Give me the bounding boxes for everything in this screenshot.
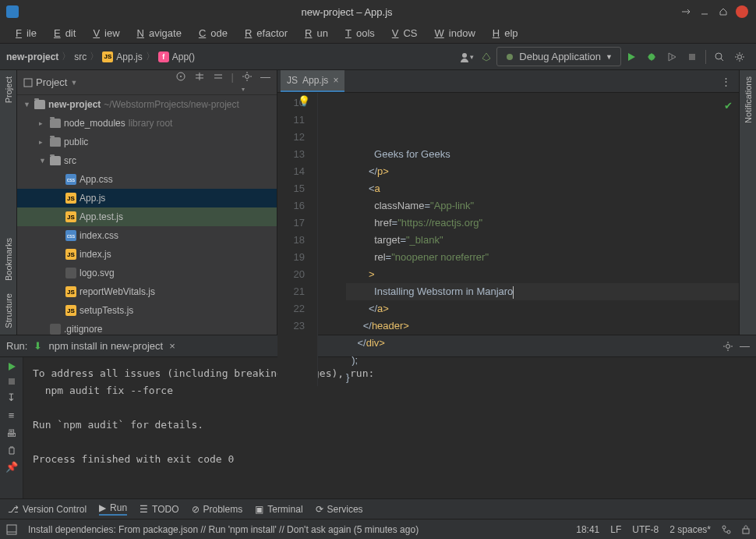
delete-icon[interactable] xyxy=(7,445,16,455)
status-branch-icon[interactable] xyxy=(722,525,731,534)
tab-more-icon[interactable]: ⋮ xyxy=(713,76,739,87)
svg-point-5 xyxy=(738,55,742,59)
svg-rect-3 xyxy=(689,54,695,60)
close-button[interactable] xyxy=(734,4,750,20)
svg-point-8 xyxy=(180,76,182,77)
print-icon[interactable]: 🖶 xyxy=(6,427,16,439)
menu-tools[interactable]: Tools xyxy=(336,26,380,41)
left-stripe: Project Bookmarks Structure xyxy=(0,70,17,335)
tree-item-src[interactable]: ▼src xyxy=(17,151,277,170)
connect-icon[interactable] xyxy=(678,4,694,20)
svg-rect-12 xyxy=(7,525,16,534)
tree-item-node_modules[interactable]: ▸node_modules library root xyxy=(17,114,277,133)
hide-button[interactable]: — xyxy=(260,71,270,94)
run-config-selector[interactable]: Debug Application ▼ xyxy=(496,47,621,66)
scroll-icon[interactable]: ↧ xyxy=(7,392,16,403)
status-tool-icon[interactable] xyxy=(6,524,17,535)
menu-refactor[interactable]: Refactor xyxy=(235,26,292,41)
bottom-problems[interactable]: ⊘Problems xyxy=(192,504,243,515)
menubar: FileEditViewNavigateCodeRefactorRunTools… xyxy=(0,23,756,44)
expand-all-icon[interactable] xyxy=(194,71,205,94)
tree-item-logo-svg[interactable]: logo.svg xyxy=(17,264,277,282)
tree-item-public[interactable]: ▸public xyxy=(17,133,277,151)
status-sep[interactable]: LF xyxy=(610,524,621,535)
close-tab-icon[interactable]: × xyxy=(333,75,338,86)
coverage-button[interactable] xyxy=(663,48,680,66)
run-close-tab-icon[interactable]: × xyxy=(169,340,175,352)
breadcrumb-symbol[interactable]: App() xyxy=(172,51,195,62)
collapse-all-icon[interactable] xyxy=(213,71,224,94)
tree-item-index-js[interactable]: JSindex.js xyxy=(17,245,277,264)
tree-item-App-js[interactable]: JSApp.js xyxy=(17,189,277,207)
svg-point-4 xyxy=(715,53,722,59)
notifications-tool-button[interactable]: Notifications xyxy=(742,70,754,129)
status-indent[interactable]: 2 spaces* xyxy=(669,524,711,535)
svg-point-0 xyxy=(462,53,467,58)
menu-help[interactable]: Help xyxy=(483,26,523,41)
run-button[interactable] xyxy=(623,48,640,66)
stop-icon[interactable] xyxy=(8,378,16,385)
editor-tab[interactable]: JS App.js × xyxy=(281,70,344,92)
folder-icon xyxy=(34,100,45,109)
bottombar: ⎇Version Control▶Run☰TODO⊘Problems▣Termi… xyxy=(0,498,756,519)
code[interactable]: ✔ Geeks for Geeks </p> <a className="App… xyxy=(318,93,739,386)
debug-button[interactable] xyxy=(643,48,660,66)
project-tool-button[interactable]: Project xyxy=(2,70,15,109)
wrap-icon[interactable]: ≡ xyxy=(9,410,15,421)
tree-item-setupTests-js[interactable]: JSsetupTests.js xyxy=(17,301,277,320)
menu-navigate[interactable]: Navigate xyxy=(128,26,186,41)
svg-rect-15 xyxy=(743,529,749,534)
minimize-button[interactable] xyxy=(697,4,712,20)
tree-item-index-css[interactable]: cssindex.css xyxy=(17,226,277,245)
bottom-version-control[interactable]: ⎇Version Control xyxy=(8,504,87,515)
breadcrumb[interactable]: new-project 〉 src 〉 JSApp.js 〉 fApp() xyxy=(6,50,195,63)
tree-item-App-test-js[interactable]: JSApp.test.js xyxy=(17,207,277,226)
maximize-button[interactable] xyxy=(715,4,731,20)
status-time[interactable]: 18:41 xyxy=(576,524,599,535)
breadcrumb-file[interactable]: App.js xyxy=(116,51,142,62)
run-hide-button[interactable]: — xyxy=(740,340,750,352)
breadcrumb-project[interactable]: new-project xyxy=(6,51,58,62)
status-enc[interactable]: UTF-8 xyxy=(632,524,659,535)
status-lock-icon[interactable] xyxy=(742,525,750,534)
sidebar-header: Project ▼ | ▾ — xyxy=(17,70,277,95)
run-label: Run: xyxy=(6,340,27,352)
gutter[interactable]: 1011121314151617181920212223 xyxy=(277,93,318,386)
breadcrumb-folder[interactable]: src xyxy=(74,51,87,62)
tree-root[interactable]: ▼ new-project ~/WebstormProjects/new-pro… xyxy=(17,95,277,114)
user-icon[interactable]: ▾ xyxy=(457,48,475,66)
tree-item--gitignore[interactable]: .gitignore xyxy=(17,320,277,335)
svg-point-2 xyxy=(648,54,655,60)
run-title: npm install in new-project xyxy=(48,340,163,352)
tree-item-App-css[interactable]: cssApp.css xyxy=(17,170,277,189)
menu-file[interactable]: File xyxy=(6,26,41,41)
menu-view[interactable]: View xyxy=(83,26,124,41)
bottom-todo[interactable]: ☰TODO xyxy=(140,504,178,515)
bottom-run[interactable]: ▶Run xyxy=(99,502,127,516)
menu-edit[interactable]: Edit xyxy=(44,26,80,41)
svg-rect-6 xyxy=(24,79,32,87)
pin-icon[interactable]: 📌 xyxy=(5,461,18,473)
menu-code[interactable]: Code xyxy=(189,26,232,41)
tree-item-reportWebVitals-js[interactable]: JSreportWebVitals.js xyxy=(17,282,277,301)
rerun-icon[interactable] xyxy=(7,362,16,371)
run-toolstrip: ↧ ≡ 🖶 📌 xyxy=(0,357,23,498)
stop-button[interactable] xyxy=(684,48,701,66)
build-icon[interactable] xyxy=(478,48,495,66)
search-everywhere-icon[interactable] xyxy=(711,48,728,66)
project-tree[interactable]: ▼ new-project ~/WebstormProjects/new-pro… xyxy=(17,95,277,335)
bottom-services[interactable]: ⟳Services xyxy=(316,504,363,515)
svg-rect-11 xyxy=(9,378,15,385)
menu-vcs[interactable]: VCS xyxy=(383,26,422,41)
bookmarks-tool-button[interactable]: Bookmarks xyxy=(2,232,15,287)
sidebar: Project ▼ | ▾ — ▼ new-project ~/Webstorm… xyxy=(17,70,277,335)
locate-icon[interactable] xyxy=(175,71,186,94)
structure-tool-button[interactable]: Structure xyxy=(2,287,15,335)
menu-run[interactable]: Run xyxy=(295,26,333,41)
menu-window[interactable]: Window xyxy=(426,26,480,41)
bottom-terminal[interactable]: ▣Terminal xyxy=(255,504,302,515)
settings-icon[interactable] xyxy=(731,48,748,66)
editor-tabbar: JS App.js × ⋮ xyxy=(277,70,739,93)
options-icon[interactable]: ▾ xyxy=(242,71,253,94)
project-view-selector[interactable]: Project ▼ xyxy=(23,76,77,88)
